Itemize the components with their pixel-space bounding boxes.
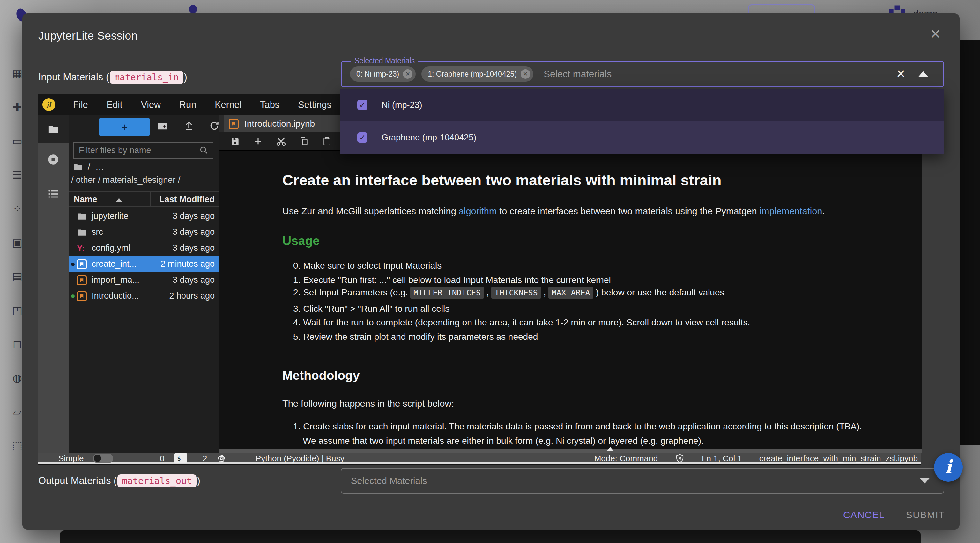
output-materials-label-text: Output Materials (	[38, 475, 117, 487]
usage-item-0: 0. Make sure to select Input Materials	[293, 261, 442, 271]
new-launcher-button[interactable]: +	[99, 118, 150, 135]
trust-shield-icon[interactable]	[675, 454, 685, 463]
input-materials-label: Input Materials (materials_in)	[38, 67, 187, 88]
menu-run[interactable]: Run	[179, 100, 196, 110]
material-option-label: Graphene (mp-1040425)	[382, 133, 476, 143]
menu-tabs[interactable]: Tabs	[260, 100, 280, 110]
input-materials-label-text: Input Materials (	[38, 72, 109, 83]
algorithm-link[interactable]: algorithm	[459, 206, 497, 216]
cut-cells-icon[interactable]	[275, 136, 287, 147]
paste-cells-icon[interactable]	[321, 136, 333, 146]
cpu-icon[interactable]	[216, 454, 226, 466]
file-filter-box[interactable]	[73, 142, 213, 159]
bg-console-bar	[60, 530, 921, 543]
chip-remove-icon[interactable]: ✕	[520, 69, 530, 79]
scroll-up-icon[interactable]	[607, 447, 614, 451]
active-file-name: create_interface_with_min_strain_zsl.ipy…	[759, 454, 918, 463]
breadcrumb-root[interactable]: /	[88, 162, 90, 172]
horizontal-scrollbar[interactable]	[219, 449, 922, 453]
file-browser-panel: + + / … / other	[68, 115, 219, 453]
sidebar-tab-filebrowser[interactable]	[38, 115, 68, 143]
usage-item-1: 1. Execute "Run first: ..." cell below t…	[293, 275, 611, 285]
tab-introduction-ipynb[interactable]: Introduction.ipynb	[224, 115, 340, 132]
sort-ascending-icon[interactable]	[116, 198, 122, 202]
methodology-item-line1: 1. Create slabs for each input material.…	[293, 422, 862, 432]
sidebar-tab-running-sessions[interactable]	[38, 153, 68, 166]
checkbox-checked-icon[interactable]: ✓	[357, 132, 368, 143]
file-row-config-yml[interactable]: Y: config.yml 3 days ago	[68, 240, 219, 256]
usage-heading: Usage	[282, 234, 320, 248]
tab-label: Introduction.ipynb	[244, 119, 315, 129]
checkbox-checked-icon[interactable]: ✓	[357, 100, 368, 110]
copy-cells-icon[interactable]	[298, 136, 310, 146]
simple-mode-label: Simple	[58, 454, 84, 463]
implementation-link[interactable]: implementation	[760, 206, 822, 216]
menu-kernel[interactable]: Kernel	[215, 100, 242, 110]
material-option-label: Ni (mp-23)	[382, 100, 422, 110]
column-name[interactable]: Name	[74, 194, 97, 204]
collapse-caret-icon[interactable]	[918, 72, 928, 77]
new-folder-icon[interactable]: +	[157, 120, 168, 132]
material-chip-label: 1: Graphene (mp-1040425)	[428, 70, 517, 78]
output-select-placeholder: Selected Materials	[351, 476, 427, 486]
file-row-import-material[interactable]: import_ma... 3 days ago	[68, 272, 219, 288]
cancel-button[interactable]: CANCEL	[843, 510, 885, 520]
materials-out-variable: materials_out	[118, 475, 196, 487]
material-option-ni[interactable]: ✓ Ni (mp-23)	[340, 89, 943, 121]
menu-edit[interactable]: Edit	[107, 100, 123, 110]
combobox-placeholder[interactable]: Select materials	[544, 68, 611, 80]
methodology-heading: Methodology	[282, 368, 360, 382]
header-divider	[22, 49, 959, 49]
selected-materials-combobox[interactable]: Selected Materials 0: Ni (mp-23) ✕ 1: Gr…	[341, 61, 944, 88]
mode-indicator[interactable]: Mode: Command	[594, 454, 658, 463]
cursor-position[interactable]: Ln 1, Col 1	[702, 454, 742, 463]
file-filter-input[interactable]	[78, 145, 199, 156]
refresh-icon[interactable]	[209, 120, 220, 132]
screen: ▦ ✚ ▭ ☰ ⁘ ▣ ▤ ◳ ◻ ◍ ▱ ⬚ demo JupyterLite…	[0, 0, 980, 543]
material-chip[interactable]: 0: Ni (mp-23) ✕	[350, 66, 416, 82]
kernel-status[interactable]: Python (Pyodide) | Busy	[256, 454, 344, 463]
file-row-introduction[interactable]: Introductio... 2 hours ago	[68, 288, 219, 304]
menu-view[interactable]: View	[141, 100, 161, 110]
upload-icon[interactable]	[183, 120, 194, 132]
chip-remove-icon[interactable]: ✕	[403, 69, 412, 79]
file-row-jupyterlite[interactable]: jupyterlite 3 days ago	[68, 208, 219, 224]
breadcrumb[interactable]: / …	[73, 162, 104, 172]
info-button[interactable]: i	[934, 453, 963, 482]
output-materials-select[interactable]: Selected Materials	[341, 468, 944, 494]
breadcrumb-path[interactable]: / other / materials_designer /	[71, 175, 180, 185]
jupyterlite-logo-icon: jl	[43, 98, 55, 111]
notebook-intro: Use Zur and McGill superlattices matchin…	[282, 206, 825, 217]
material-chip[interactable]: 1: Graphene (mp-1040425) ✕	[422, 66, 533, 82]
expand-caret-icon[interactable]	[920, 478, 930, 484]
material-option-graphene[interactable]: ✓ Graphene (mp-1040425)	[340, 121, 943, 154]
close-icon[interactable]: ✕	[930, 27, 941, 41]
home-folder-icon[interactable]	[73, 162, 83, 172]
file-row-create-interface[interactable]: create_int... 2 minutes ago	[68, 256, 219, 272]
jupyterlab-sidebar	[38, 115, 68, 453]
materials-in-variable: materials_in	[110, 71, 183, 84]
save-icon[interactable]	[229, 136, 241, 146]
breadcrumb-ellipsis[interactable]: …	[95, 162, 104, 172]
sidebar-tab-table-of-contents[interactable]	[38, 188, 68, 200]
info-icon: i	[945, 457, 951, 475]
yaml-file-icon: Y:	[77, 244, 85, 253]
submit-button[interactable]: SUBMIT	[906, 510, 945, 520]
menu-settings[interactable]: Settings	[298, 100, 331, 110]
simple-mode-toggle[interactable]	[93, 454, 113, 463]
notebook-pane: Introduction.ipynb	[219, 115, 922, 453]
folder-icon	[77, 212, 87, 223]
add-cell-icon[interactable]	[252, 136, 264, 146]
usage-item-4: 4. Wait for the run to complete (dependi…	[293, 317, 750, 328]
terminals-count: 0	[160, 454, 164, 463]
modal-footer: CANCEL SUBMIT	[843, 505, 945, 525]
file-row-src[interactable]: src 3 days ago	[68, 224, 219, 240]
column-last-modified[interactable]: Last Modified	[159, 194, 215, 204]
folder-icon	[77, 228, 87, 239]
jupyterlite-session-modal: JupyterLite Session ✕ Input Materials (m…	[22, 13, 959, 530]
menu-file[interactable]: File	[73, 100, 88, 110]
notebook-file-icon	[77, 275, 87, 285]
methodology-item-line2: We assume that two input materials are e…	[303, 436, 704, 446]
clear-selection-icon[interactable]: ✕	[896, 68, 906, 80]
terminal-icon[interactable]: $_	[175, 453, 187, 463]
